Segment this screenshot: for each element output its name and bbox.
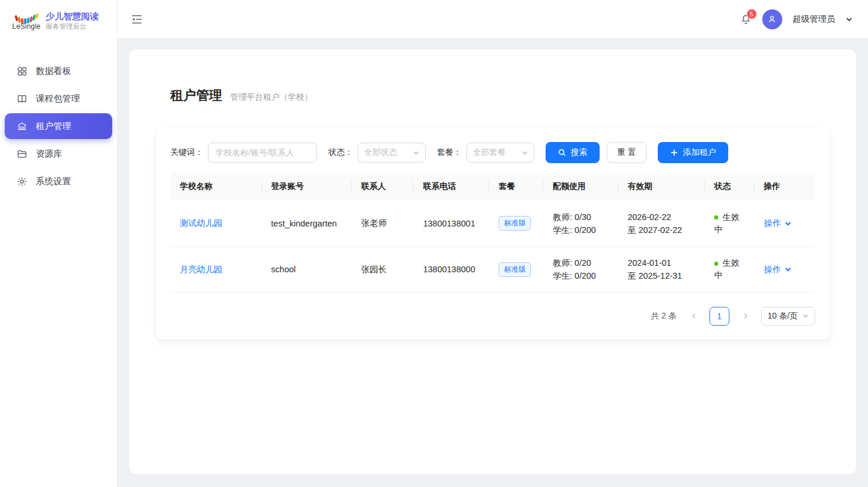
- next-page-button[interactable]: [738, 307, 753, 325]
- keyword-input[interactable]: [208, 143, 317, 163]
- actions-label: 操作: [764, 218, 781, 229]
- plan-badge: 标准版: [499, 262, 531, 277]
- valid-to: 至 2025-12-31: [628, 269, 696, 282]
- sidebar-item-label: 资源库: [36, 148, 62, 160]
- page-number-button[interactable]: 1: [709, 307, 729, 326]
- plus-icon: [670, 148, 678, 157]
- page-size-value: 10 条/页: [768, 311, 798, 322]
- chevron-right-icon: [742, 313, 749, 319]
- status-select-value: 全部状态: [364, 147, 397, 158]
- page-card: 租户管理 管理平台租户（学校） 关键词： 状态： 全部状态 套餐：: [129, 49, 856, 474]
- contact-cell: 张老师: [352, 201, 413, 246]
- search-button-label: 搜索: [571, 147, 587, 158]
- add-tenant-button[interactable]: 添加租户: [658, 142, 728, 163]
- row-actions-dropdown[interactable]: 操作: [764, 218, 792, 229]
- col-school-name: 学校名称: [170, 173, 262, 201]
- sidebar-item-settings[interactable]: 系统设置: [5, 168, 112, 194]
- valid-from: 2024-01-01: [628, 256, 696, 269]
- sidebar-collapse-button[interactable]: [132, 13, 144, 26]
- status-cell: 生效中: [705, 246, 754, 292]
- search-icon: [558, 148, 566, 157]
- sidebar: LeSingle 少儿智慧阅读 服务管理后台 数据看板 课程包管理 租户管理: [0, 0, 117, 487]
- prev-page-button[interactable]: [686, 307, 701, 325]
- sidebar-item-label: 数据看板: [36, 66, 71, 77]
- plan-select[interactable]: 全部套餐: [466, 143, 534, 163]
- brand-title: 少儿智慧阅读: [46, 11, 99, 22]
- plan-label: 套餐：: [437, 147, 462, 158]
- table-header: 学校名称 登录账号 联系人 联系电话 套餐 配额使用 有效期 状态 操作: [170, 173, 815, 201]
- chevron-down-icon: [802, 313, 809, 319]
- pagination: 共 2 条 1 10 条/页: [170, 307, 815, 326]
- status-text: 生效中: [714, 212, 739, 234]
- add-tenant-button-label: 添加租户: [683, 147, 716, 158]
- plan-select-value: 全部套餐: [473, 147, 506, 158]
- col-validity: 有效期: [618, 173, 705, 201]
- status-label: 状态：: [328, 147, 353, 158]
- page-size-select[interactable]: 10 条/页: [761, 307, 815, 326]
- col-phone: 联系电话: [413, 173, 489, 201]
- login-account-cell: test_kindergarten: [262, 201, 352, 246]
- brand-subtitle: 服务管理后台: [46, 22, 99, 32]
- logo-wordmark: LeSingle: [12, 22, 41, 31]
- quota-cell: 教师: 0/30 学生: 0/200: [543, 201, 618, 246]
- quota-student: 学生: 0/200: [553, 224, 608, 236]
- chevron-down-icon: [413, 150, 419, 156]
- col-quota: 配额使用: [543, 173, 618, 201]
- tenant-table: 学校名称 登录账号 联系人 联系电话 套餐 配额使用 有效期 状态 操作: [170, 173, 815, 293]
- sidebar-item-label: 租户管理: [36, 121, 71, 132]
- quota-student: 学生: 0/200: [553, 269, 608, 282]
- sidebar-item-tenants[interactable]: 租户管理: [5, 113, 112, 139]
- brand-logo-area: LeSingle 少儿智慧阅读 服务管理后台: [0, 0, 117, 42]
- bank-icon: [16, 121, 28, 132]
- menu-fold-icon: [132, 15, 142, 24]
- col-plan: 套餐: [489, 173, 543, 201]
- reset-button[interactable]: 重 置: [607, 142, 647, 163]
- dashboard-icon: [16, 66, 28, 77]
- brand-text: 少儿智慧阅读 服务管理后台: [46, 11, 99, 32]
- sidebar-item-label: 系统设置: [36, 176, 71, 187]
- chevron-down-icon: [522, 150, 528, 156]
- school-name-link[interactable]: 月亮幼儿园: [180, 265, 223, 274]
- gear-icon: [16, 176, 28, 187]
- quota-teacher: 教师: 0/20: [553, 256, 608, 269]
- row-actions-dropdown[interactable]: 操作: [764, 264, 792, 275]
- notifications-button[interactable]: 5: [740, 11, 752, 27]
- top-header: 5 超级管理员: [117, 0, 868, 39]
- user-name[interactable]: 超级管理员: [793, 13, 836, 25]
- folder-icon: [16, 148, 28, 160]
- pagination-total: 共 2 条: [651, 311, 677, 322]
- sidebar-item-resources[interactable]: 资源库: [5, 141, 112, 167]
- quota-cell: 教师: 0/20 学生: 0/200: [543, 246, 618, 292]
- user-icon: [767, 14, 777, 24]
- keyword-label: 关键词：: [170, 147, 203, 158]
- status-dot-icon: [714, 262, 718, 266]
- filter-bar: 关键词： 状态： 全部状态 套餐： 全部套餐: [170, 142, 815, 163]
- chevron-down-icon: [785, 266, 792, 273]
- status-dot-icon: [714, 215, 718, 219]
- status-select[interactable]: 全部状态: [358, 143, 426, 163]
- sidebar-item-label: 课程包管理: [36, 93, 80, 104]
- validity-cell: 2026-02-22 至 2027-02-22: [618, 201, 705, 246]
- user-avatar[interactable]: [762, 9, 782, 29]
- phone-cell: 13800138001: [413, 201, 489, 246]
- logo-bars-icon: [15, 12, 38, 22]
- reset-button-label: 重 置: [617, 147, 636, 158]
- col-status: 状态: [705, 173, 754, 201]
- plan-badge: 标准版: [499, 216, 531, 231]
- validity-cell: 2024-01-01 至 2025-12-31: [618, 246, 705, 292]
- notification-count-badge: 5: [746, 9, 757, 19]
- login-account-cell: school: [262, 246, 352, 292]
- chevron-down-icon[interactable]: [846, 16, 853, 23]
- chevron-left-icon: [691, 313, 697, 319]
- tenant-panel: 关键词： 状态： 全部状态 套餐： 全部套餐: [156, 128, 829, 340]
- status-text: 生效中: [714, 258, 739, 280]
- valid-to: 至 2027-02-22: [628, 224, 696, 236]
- school-name-link[interactable]: 测试幼儿园: [180, 218, 223, 228]
- col-login-account: 登录账号: [262, 173, 352, 201]
- col-actions: 操作: [755, 173, 815, 201]
- search-button[interactable]: 搜索: [546, 142, 600, 163]
- header-right: 5 超级管理员: [740, 9, 853, 29]
- sidebar-item-course-packages[interactable]: 课程包管理: [5, 86, 112, 111]
- quota-teacher: 教师: 0/30: [553, 211, 608, 224]
- sidebar-item-dashboard[interactable]: 数据看板: [5, 58, 112, 84]
